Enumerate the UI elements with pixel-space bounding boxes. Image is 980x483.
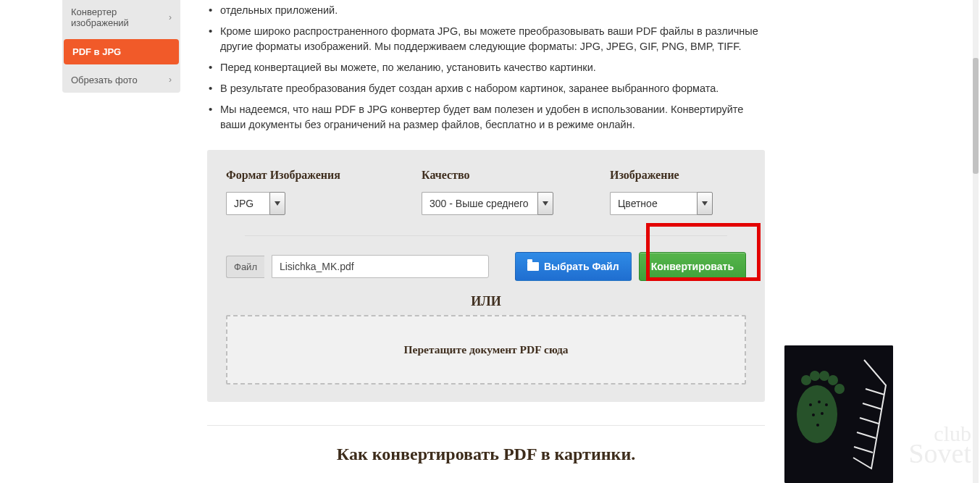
main-content: отдельных приложений. Кроме широко распр…: [207, 0, 765, 483]
quality-select[interactable]: 300 - Выше среднего: [422, 192, 553, 215]
sidebar-item-label: Конвертер изображений: [71, 7, 169, 29]
feature-list: отдельных приложений. Кроме широко распр…: [207, 0, 765, 135]
svg-point-9: [819, 371, 829, 381]
thumbnail-image: [784, 345, 893, 483]
section-divider: [207, 425, 765, 426]
folder-open-icon: [527, 262, 539, 271]
dropdown-button[interactable]: [269, 192, 285, 215]
svg-point-11: [834, 384, 845, 394]
feature-item: Перед конвертацией вы можете, по желанию…: [207, 57, 765, 78]
secondary-scrollbar-track[interactable]: [973, 0, 979, 483]
chevron-down-icon: [543, 201, 548, 206]
dropdown-button[interactable]: [697, 192, 713, 215]
secondary-scrollbar-thumb[interactable]: [973, 58, 979, 174]
svg-point-7: [801, 375, 811, 385]
chevron-down-icon: [702, 201, 708, 206]
quality-label: Качество: [422, 169, 566, 182]
sidebar-item-image-converter[interactable]: Конвертер изображений ›: [62, 0, 180, 36]
svg-point-8: [810, 371, 820, 381]
sidebar-item-label: Обрезать фото: [71, 75, 138, 85]
file-name-display: Lisichka_MK.pdf: [272, 255, 489, 278]
svg-point-16: [821, 412, 824, 415]
svg-point-12: [809, 403, 812, 406]
file-label: Файл: [226, 256, 264, 278]
format-label: Формат Изображения: [226, 169, 378, 182]
svg-point-10: [828, 375, 838, 385]
chevron-right-icon: ›: [169, 13, 172, 23]
image-mode-label: Изображение: [610, 169, 726, 182]
format-value: JPG: [226, 192, 269, 215]
sidebar: Конвертер изображений › PDF в JPG Обреза…: [62, 0, 180, 93]
feature-item: отдельных приложений.: [207, 0, 765, 21]
chevron-right-icon: ›: [169, 75, 172, 85]
convert-button[interactable]: Конвертировать: [639, 252, 746, 281]
sidebar-item-crop-photo[interactable]: Обрезать фото ›: [62, 67, 180, 93]
chevron-down-icon: [275, 201, 280, 206]
choose-file-label: Выбрать Файл: [544, 261, 619, 272]
feature-item: Мы надеемся, что наш PDF в JPG конвертер…: [207, 99, 765, 135]
convert-label: Конвертировать: [651, 261, 734, 272]
image-mode-value: Цветное: [610, 192, 697, 215]
sidebar-item-pdf-to-jpg[interactable]: PDF в JPG: [64, 39, 179, 64]
feature-item: В результате преобразования будет создан…: [207, 78, 765, 99]
dropzone-text: Перетащите документ PDF сюда: [404, 343, 569, 356]
divider: [245, 235, 727, 236]
svg-point-15: [812, 413, 815, 416]
format-select[interactable]: JPG: [226, 192, 285, 215]
converter-panel: Формат Изображения JPG Качество 300 - Вы…: [207, 150, 765, 402]
image-mode-select[interactable]: Цветное: [610, 192, 713, 215]
svg-point-14: [825, 403, 828, 406]
feature-item: Кроме широко распространенного формата J…: [207, 21, 765, 57]
sidebar-item-label: PDF в JPG: [72, 46, 121, 57]
dropzone[interactable]: Перетащите документ PDF сюда: [226, 315, 746, 385]
field-quality: Качество 300 - Выше среднего: [422, 169, 566, 215]
field-image-mode: Изображение Цветное: [610, 169, 726, 215]
svg-point-17: [816, 424, 819, 427]
svg-point-13: [818, 400, 821, 403]
dropdown-button[interactable]: [537, 192, 553, 215]
choose-file-button[interactable]: Выбрать Файл: [515, 252, 632, 281]
howto-heading: Как конвертировать PDF в картинки.: [207, 445, 765, 464]
field-format: Формат Изображения JPG: [226, 169, 378, 215]
svg-point-6: [797, 385, 837, 443]
quality-value: 300 - Выше среднего: [422, 192, 537, 215]
or-label: ИЛИ: [226, 294, 746, 309]
